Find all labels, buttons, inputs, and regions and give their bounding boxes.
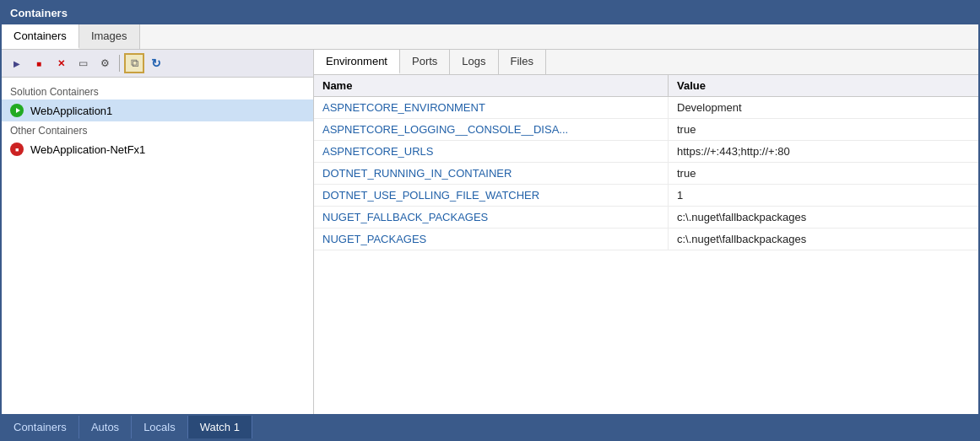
env-value-4: 1 xyxy=(669,185,978,206)
tab-files[interactable]: Files xyxy=(499,50,546,74)
environment-table: Name Value ASPNETCORE_ENVIRONMENT Develo… xyxy=(314,75,978,414)
copy-icon xyxy=(131,56,138,70)
container-name-webapplication-netfx1: WebApplication-NetFx1 xyxy=(30,143,145,156)
env-name-2: ASPNETCORE_URLS xyxy=(314,141,669,162)
stop-button[interactable] xyxy=(29,53,49,73)
window-title: Containers xyxy=(10,7,68,19)
table-row: ASPNETCORE_LOGGING__CONSOLE__DISA... tru… xyxy=(314,119,978,141)
play-button[interactable] xyxy=(7,53,27,73)
env-name-0: ASPNETCORE_ENVIRONMENT xyxy=(314,97,669,118)
gear-icon xyxy=(100,57,110,69)
stop-icon xyxy=(36,57,41,69)
env-value-2: https://+:443;http://+:80 xyxy=(669,141,978,162)
env-value-0: Development xyxy=(669,97,978,118)
settings-button[interactable] xyxy=(95,53,115,73)
env-name-3: DOTNET_RUNNING_IN_CONTAINER xyxy=(314,163,669,184)
bottom-tab-containers[interactable]: Containers xyxy=(2,416,79,438)
solution-containers-label: Solution Containers xyxy=(2,83,313,99)
env-name-6: NUGET_PACKAGES xyxy=(314,229,669,250)
table-row: ASPNETCORE_ENVIRONMENT Development xyxy=(314,97,978,119)
env-value-5: c:\.nuget\fallbackpackages xyxy=(669,207,978,228)
container-list: Solution Containers WebApplication1 Othe… xyxy=(2,78,313,414)
table-row: DOTNET_RUNNING_IN_CONTAINER true xyxy=(314,163,978,185)
delete-icon xyxy=(57,57,65,69)
right-panel: Environment Ports Logs Files Name Value xyxy=(314,50,978,414)
env-name-4: DOTNET_USE_POLLING_FILE_WATCHER xyxy=(314,185,669,206)
title-bar: Containers xyxy=(2,2,978,24)
bottom-tab-autos[interactable]: Autos xyxy=(79,416,132,438)
bottom-tab-locals[interactable]: Locals xyxy=(132,416,188,438)
toolbar-separator xyxy=(119,55,120,72)
delete-button[interactable] xyxy=(51,53,71,73)
container-item-webapplication-netfx1[interactable]: WebApplication-NetFx1 xyxy=(2,138,313,160)
other-containers-label: Other Containers xyxy=(2,121,313,138)
tab-environment[interactable]: Environment xyxy=(314,50,400,74)
env-name-1: ASPNETCORE_LOGGING__CONSOLE__DISA... xyxy=(314,119,669,140)
tab-images[interactable]: Images xyxy=(79,24,140,49)
right-tab-bar: Environment Ports Logs Files xyxy=(314,50,978,75)
toolbar xyxy=(2,50,313,78)
env-value-3: true xyxy=(669,163,978,184)
table-row: ASPNETCORE_URLS https://+:443;http://+:8… xyxy=(314,141,978,163)
table-row: NUGET_PACKAGES c:\.nuget\fallbackpackage… xyxy=(314,229,978,250)
container-name-webapplication1: WebApplication1 xyxy=(30,105,112,117)
table-header: Name Value xyxy=(314,75,978,97)
table-row: DOTNET_USE_POLLING_FILE_WATCHER 1 xyxy=(314,185,978,207)
column-header-value: Value xyxy=(669,75,978,96)
copy-button[interactable] xyxy=(124,53,144,73)
container-item-webapplication1[interactable]: WebApplication1 xyxy=(2,99,313,121)
stopped-status-icon xyxy=(10,143,24,156)
refresh-button[interactable] xyxy=(146,53,166,73)
bottom-tab-bar: Containers Autos Locals Watch 1 xyxy=(2,414,978,439)
running-status-icon xyxy=(10,104,24,117)
content-area: Solution Containers WebApplication1 Othe… xyxy=(2,50,978,414)
column-header-name: Name xyxy=(314,75,669,96)
table-row: NUGET_FALLBACK_PACKAGES c:\.nuget\fallba… xyxy=(314,207,978,229)
bottom-tab-watch1[interactable]: Watch 1 xyxy=(188,416,252,438)
play-icon xyxy=(14,57,20,69)
tab-logs[interactable]: Logs xyxy=(450,50,498,74)
left-panel: Solution Containers WebApplication1 Othe… xyxy=(2,50,314,414)
refresh-icon xyxy=(151,56,161,70)
tab-containers[interactable]: Containers xyxy=(2,24,79,49)
tab-ports[interactable]: Ports xyxy=(400,50,450,74)
main-window: Containers Containers Images xyxy=(0,0,980,441)
terminal-button[interactable] xyxy=(73,53,93,73)
terminal-icon xyxy=(79,57,88,69)
main-tab-bar: Containers Images xyxy=(2,24,978,50)
env-value-6: c:\.nuget\fallbackpackages xyxy=(669,229,978,250)
env-name-5: NUGET_FALLBACK_PACKAGES xyxy=(314,207,669,228)
env-value-1: true xyxy=(669,119,978,140)
